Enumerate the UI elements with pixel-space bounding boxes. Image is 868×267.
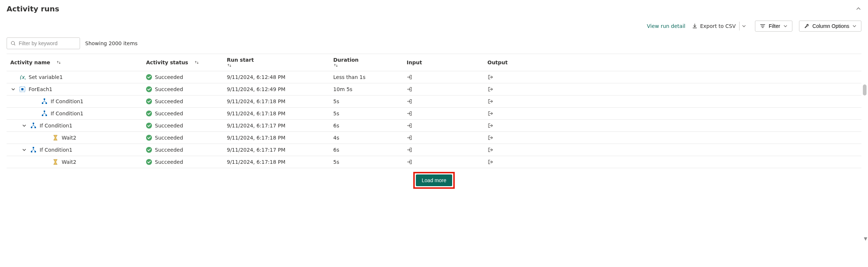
- svg-rect-8: [46, 102, 47, 104]
- svg-rect-11: [42, 115, 43, 116]
- duration-label: 5s: [333, 159, 407, 165]
- output-icon[interactable]: [487, 135, 861, 141]
- svg-rect-4: [21, 88, 23, 90]
- input-icon[interactable]: [407, 111, 487, 116]
- status-label: Succeeded: [155, 86, 183, 92]
- table-row[interactable]: Wait2Succeeded9/11/2024, 6:17:18 PM4s: [7, 132, 861, 144]
- output-icon[interactable]: [487, 98, 861, 104]
- output-icon[interactable]: [487, 111, 861, 116]
- table-row[interactable]: If Condition1Succeeded9/11/2024, 6:17:17…: [7, 144, 861, 156]
- column-options-label: Column Options: [813, 23, 849, 29]
- input-icon[interactable]: [407, 159, 487, 165]
- view-run-detail-link[interactable]: View run detail: [647, 23, 685, 29]
- run-start-label: 9/11/2024, 6:17:17 PM: [227, 147, 333, 153]
- table-row[interactable]: (x)Set variable1Succeeded9/11/2024, 6:12…: [7, 71, 861, 83]
- column-header-name[interactable]: Activity name: [7, 59, 146, 65]
- filter-keyword-input[interactable]: [7, 37, 80, 49]
- filter-label: Filter: [769, 23, 780, 29]
- table-row[interactable]: If Condition1Succeeded9/11/2024, 6:17:18…: [7, 95, 861, 108]
- expand-toggle-icon[interactable]: [10, 87, 16, 91]
- column-header-duration-label: Duration: [333, 57, 359, 63]
- table-row[interactable]: Wait2Succeeded9/11/2024, 6:17:18 PM5s: [7, 156, 861, 168]
- expand-toggle-icon[interactable]: [21, 123, 27, 128]
- success-icon: [146, 86, 152, 92]
- success-icon: [146, 147, 152, 153]
- svg-rect-16: [34, 127, 36, 128]
- input-icon[interactable]: [407, 86, 487, 92]
- run-start-label: 9/11/2024, 6:12:48 PM: [227, 74, 333, 80]
- table-row[interactable]: If Condition1Succeeded9/11/2024, 6:17:18…: [7, 108, 861, 120]
- status-label: Succeeded: [155, 74, 183, 80]
- input-icon[interactable]: [407, 123, 487, 129]
- output-icon[interactable]: [487, 123, 861, 129]
- svg-point-17: [146, 123, 152, 129]
- input-icon[interactable]: [407, 98, 487, 104]
- output-icon[interactable]: [487, 147, 861, 153]
- output-icon[interactable]: [487, 74, 861, 80]
- filter-button[interactable]: Filter: [755, 21, 792, 32]
- wait-icon: [52, 159, 59, 165]
- scrollbar-thumb[interactable]: [863, 84, 867, 95]
- condition-icon: [30, 122, 37, 129]
- filter-icon: [760, 23, 766, 29]
- status-label: Succeeded: [155, 159, 183, 165]
- svg-rect-10: [44, 111, 45, 112]
- run-start-label: 9/11/2024, 6:17:18 PM: [227, 135, 333, 141]
- condition-icon: [41, 110, 48, 117]
- output-icon[interactable]: [487, 86, 861, 92]
- column-header-start-label: Run start: [227, 57, 254, 63]
- column-header-start[interactable]: Run start: [227, 57, 333, 68]
- table-row[interactable]: If Condition1Succeeded9/11/2024, 6:17:17…: [7, 120, 861, 132]
- status-label: Succeeded: [155, 111, 183, 116]
- duration-label: 10m 5s: [333, 86, 407, 92]
- column-header-status[interactable]: Activity status: [146, 59, 227, 65]
- run-start-label: 9/11/2024, 6:17:18 PM: [227, 159, 333, 165]
- svg-rect-14: [33, 123, 34, 124]
- table-row[interactable]: ForEach1Succeeded9/11/2024, 6:12:49 PM10…: [7, 83, 861, 95]
- svg-point-22: [146, 147, 152, 153]
- chevron-down-icon: [852, 24, 857, 28]
- variable-icon: (x): [19, 74, 26, 80]
- duration-label: Less than 1s: [333, 74, 407, 80]
- activity-name-label: Wait2: [62, 159, 76, 165]
- load-more-button[interactable]: Load more: [416, 174, 452, 186]
- column-header-output-label: Output: [487, 59, 508, 65]
- duration-label: 6s: [333, 147, 407, 153]
- column-header-status-label: Activity status: [146, 59, 188, 65]
- export-dropdown-chevron[interactable]: [739, 22, 748, 30]
- sort-icon: [194, 60, 199, 65]
- output-icon[interactable]: [487, 159, 861, 165]
- export-to-csv-button[interactable]: Export to CSV: [692, 22, 748, 30]
- run-start-label: 9/11/2024, 6:12:49 PM: [227, 86, 333, 92]
- activity-name-label: If Condition1: [40, 123, 72, 129]
- filter-keyword-field[interactable]: [18, 40, 76, 47]
- column-options-button[interactable]: Column Options: [799, 21, 861, 32]
- svg-rect-19: [33, 147, 34, 148]
- svg-rect-6: [44, 98, 45, 100]
- expand-toggle-icon[interactable]: [21, 148, 27, 152]
- svg-point-5: [146, 86, 152, 92]
- column-header-duration[interactable]: Duration: [333, 57, 407, 68]
- svg-rect-20: [31, 151, 32, 152]
- svg-point-0: [11, 42, 15, 45]
- activity-name-label: Wait2: [62, 135, 76, 141]
- svg-text:(x): (x): [19, 74, 26, 80]
- status-label: Succeeded: [155, 135, 183, 141]
- input-icon[interactable]: [407, 135, 487, 141]
- sort-icon: [227, 63, 333, 68]
- input-icon[interactable]: [407, 74, 487, 80]
- success-icon: [146, 74, 152, 80]
- wait-icon: [52, 134, 59, 141]
- duration-label: 4s: [333, 135, 407, 141]
- duration-label: 5s: [333, 98, 407, 104]
- collapse-chevron-icon[interactable]: [856, 6, 861, 12]
- run-start-label: 9/11/2024, 6:17:18 PM: [227, 111, 333, 116]
- item-count-text: Showing 2000 items: [85, 40, 138, 46]
- svg-rect-12: [46, 115, 47, 116]
- chevron-down-icon: [783, 24, 788, 28]
- activity-name-label: If Condition1: [51, 111, 83, 116]
- search-icon: [11, 41, 16, 46]
- svg-point-13: [146, 111, 152, 116]
- input-icon[interactable]: [407, 147, 487, 153]
- activity-name-label: ForEach1: [29, 86, 52, 92]
